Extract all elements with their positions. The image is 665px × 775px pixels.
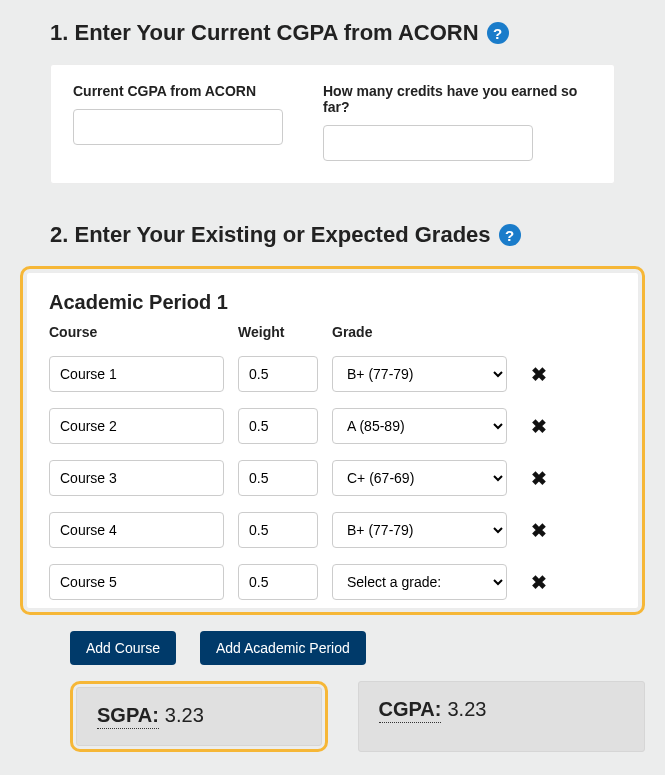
course-input[interactable] <box>49 356 224 392</box>
cgpa-label: CGPA: <box>379 698 442 723</box>
delete-row-icon[interactable]: ✖ <box>521 519 557 542</box>
add-course-button[interactable]: Add Course <box>70 631 176 665</box>
grade-select[interactable]: A (85-89) <box>332 408 507 444</box>
cgpa-value: 3.23 <box>447 698 486 721</box>
credits-input[interactable] <box>323 125 533 161</box>
course-input[interactable] <box>49 460 224 496</box>
course-input[interactable] <box>49 564 224 600</box>
grade-grid: Course Weight Grade B+ (77-79)✖A (85-89)… <box>49 324 616 600</box>
col-weight: Weight <box>238 324 318 340</box>
cgpa-input[interactable] <box>73 109 283 145</box>
weight-input[interactable] <box>238 564 318 600</box>
grade-select[interactable]: B+ (77-79) <box>332 512 507 548</box>
weight-input[interactable] <box>238 512 318 548</box>
cgpa-label: Current CGPA from ACORN <box>73 83 283 99</box>
course-input[interactable] <box>49 408 224 444</box>
delete-row-icon[interactable]: ✖ <box>521 571 557 594</box>
cgpa-field: Current CGPA from ACORN <box>73 83 283 161</box>
col-course: Course <box>49 324 224 340</box>
section1-title-text: 1. Enter Your Current CGPA from ACORN <box>50 20 479 46</box>
sgpa-box: SGPA: 3.23 <box>76 687 322 746</box>
delete-row-icon[interactable]: ✖ <box>521 467 557 490</box>
help-icon[interactable]: ? <box>499 224 521 246</box>
section1-title: 1. Enter Your Current CGPA from ACORN ? <box>20 20 645 46</box>
results-row: SGPA: 3.23 CGPA: 3.23 <box>70 681 645 752</box>
sgpa-highlight: SGPA: 3.23 <box>70 681 328 752</box>
weight-input[interactable] <box>238 408 318 444</box>
section1-card: Current CGPA from ACORN How many credits… <box>50 64 615 184</box>
grade-select[interactable]: B+ (77-79) <box>332 356 507 392</box>
sgpa-value: 3.23 <box>165 704 204 727</box>
period-title: Academic Period 1 <box>49 291 616 314</box>
section2-title-text: 2. Enter Your Existing or Expected Grade… <box>50 222 491 248</box>
course-input[interactable] <box>49 512 224 548</box>
grade-select[interactable]: Select a grade: <box>332 564 507 600</box>
credits-field: How many credits have you earned so far? <box>323 83 592 161</box>
period-highlight: Academic Period 1 Course Weight Grade B+… <box>20 266 645 615</box>
credits-label: How many credits have you earned so far? <box>323 83 592 115</box>
grade-select[interactable]: C+ (67-69) <box>332 460 507 496</box>
weight-input[interactable] <box>238 460 318 496</box>
help-icon[interactable]: ? <box>487 22 509 44</box>
delete-row-icon[interactable]: ✖ <box>521 415 557 438</box>
delete-row-icon[interactable]: ✖ <box>521 363 557 386</box>
button-row: Add Course Add Academic Period <box>70 631 645 665</box>
section2-title: 2. Enter Your Existing or Expected Grade… <box>20 222 645 248</box>
weight-input[interactable] <box>238 356 318 392</box>
sgpa-label: SGPA: <box>97 704 159 729</box>
add-period-button[interactable]: Add Academic Period <box>200 631 366 665</box>
cgpa-box: CGPA: 3.23 <box>358 681 646 752</box>
col-grade: Grade <box>332 324 507 340</box>
period-card: Academic Period 1 Course Weight Grade B+… <box>26 272 639 609</box>
